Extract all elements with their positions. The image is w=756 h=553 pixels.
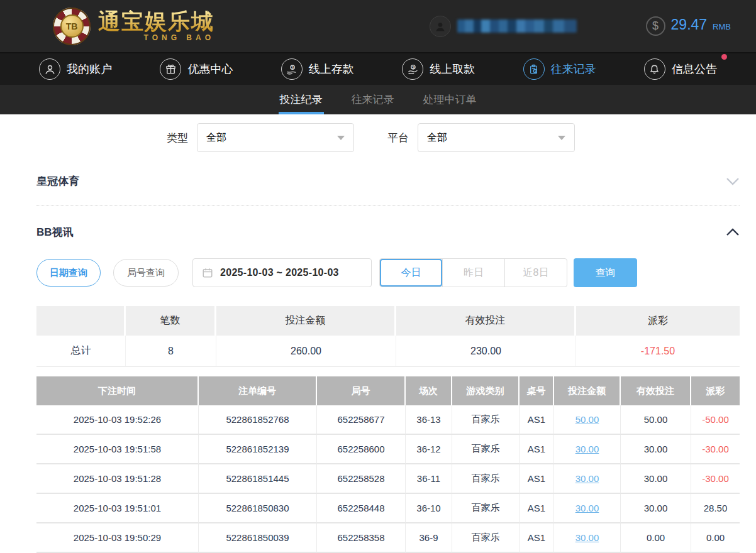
dollar-coin-icon: $	[646, 16, 665, 36]
user-account[interactable]	[430, 16, 577, 37]
site-logo[interactable]: TB 通宝娱乐城 TONG BAO	[53, 8, 214, 45]
table-row: 2025-10-03 19:51:01522861850830652258448…	[36, 494, 740, 523]
table-cell: 522861850039	[199, 523, 317, 553]
chevron-down-icon[interactable]	[726, 177, 740, 185]
filter-row: 类型 全部 平台 全部	[167, 123, 740, 152]
bet-amount-link[interactable]: 30.00	[554, 523, 621, 553]
table-cell: 百家乐	[452, 405, 520, 435]
tab-pending-orders[interactable]: 处理中订单	[422, 85, 478, 114]
table-cell: 652258677	[317, 405, 406, 435]
top-bar: TB 通宝娱乐城 TONG BAO $ 29.47 RMB	[0, 0, 756, 52]
table-header-cell: 有效投注	[621, 376, 691, 405]
table-cell: 652258528	[317, 464, 406, 494]
query-toolbar: 日期查询 局号查询 2025-10-03 ~ 2025-10-03 今日 昨日 …	[36, 258, 740, 287]
today-button[interactable]: 今日	[380, 259, 442, 287]
search-button[interactable]: 查询	[574, 258, 637, 287]
yesterday-button[interactable]: 昨日	[442, 259, 504, 287]
nav-item-my-account[interactable]: 我的账户	[39, 58, 112, 80]
summary-header-cell	[36, 306, 126, 336]
balance: $ 29.47 RMB	[646, 16, 731, 36]
table-cell: 36-10	[406, 494, 452, 523]
table-cell: AS1	[520, 523, 554, 553]
bet-amount-link[interactable]: 30.00	[554, 494, 621, 523]
table-cell: 50.00	[621, 405, 691, 435]
nav-item-label: 线上取款	[430, 62, 475, 77]
table-cell: 522861851445	[199, 464, 317, 494]
gift-icon	[160, 58, 181, 80]
nav-item-announcements[interactable]: 信息公告	[644, 58, 717, 80]
notification-dot-badge	[721, 54, 727, 60]
summary-cell: 260.00	[216, 336, 396, 367]
table-cell: 2025-10-03 19:52:26	[36, 405, 199, 435]
table-cell: 36-9	[406, 523, 452, 553]
section-crown-sports[interactable]: 皇冠体育	[36, 168, 740, 194]
bell-icon	[644, 58, 665, 80]
table-cell: AS1	[520, 435, 554, 464]
table-cell: 2025-10-03 19:51:01	[36, 494, 199, 523]
type-select[interactable]: 全部	[197, 123, 354, 152]
chevron-down-icon	[558, 136, 565, 140]
table-header-cell: 派彩	[691, 376, 740, 405]
nav-item-transaction-records[interactable]: 往来记录	[523, 58, 596, 80]
table-cell: AS1	[520, 405, 554, 435]
last-8-days-button[interactable]: 近8日	[504, 259, 567, 287]
table-cell: 652258600	[317, 435, 406, 464]
table-cell: 0.00	[691, 523, 740, 553]
tab-bet-records[interactable]: 投注纪录	[279, 85, 324, 114]
bet-amount-link[interactable]: 50.00	[554, 405, 621, 435]
table-cell: 30.00	[621, 464, 691, 494]
summary-cell: -171.50	[576, 336, 740, 367]
nav-item-label: 线上存款	[309, 62, 354, 77]
table-header-cell: 桌号	[520, 376, 554, 405]
table-cell: 36-12	[406, 435, 452, 464]
summary-header-cell: 有效投注	[396, 306, 576, 336]
bet-amount-link[interactable]: 30.00	[554, 435, 621, 464]
chevron-up-icon[interactable]	[726, 228, 740, 236]
table-header-cell: 场次	[406, 376, 452, 405]
summary-cell: 8	[126, 336, 216, 367]
table-cell: AS1	[520, 464, 554, 494]
bet-amount-link[interactable]: 30.00	[554, 464, 621, 494]
round-query-button[interactable]: 局号查询	[113, 259, 179, 287]
records-icon	[523, 58, 545, 80]
nav-item-label: 往来记录	[551, 62, 596, 77]
logo-subtitle: TONG BAO	[144, 33, 214, 42]
avatar-icon	[430, 16, 451, 37]
summary-header-cell: 派彩	[576, 306, 740, 336]
nav-item-online-deposit[interactable]: $线上存款	[281, 58, 354, 80]
tab-transaction-records[interactable]: 往来记录	[350, 85, 396, 114]
table-cell: 2025-10-03 19:50:29	[36, 523, 199, 553]
date-range-value: 2025-10-03 ~ 2025-10-03	[220, 267, 339, 278]
type-select-value: 全部	[206, 131, 226, 145]
table-cell: 百家乐	[452, 523, 520, 553]
table-header-cell: 注单编号	[199, 376, 317, 405]
date-range-input[interactable]: 2025-10-03 ~ 2025-10-03	[192, 258, 372, 287]
logo-title: 通宝娱乐城	[98, 10, 214, 32]
platform-filter-label: 平台	[387, 131, 409, 145]
nav-item-label: 信息公告	[672, 62, 717, 77]
table-row: 2025-10-03 19:51:28522861851445652258528…	[36, 464, 740, 494]
nav-item-label: 优惠中心	[187, 62, 233, 77]
table-cell: 百家乐	[452, 494, 520, 523]
chevron-down-icon	[337, 136, 345, 140]
summary-header-cell: 笔数	[126, 306, 216, 336]
nav-item-online-withdraw[interactable]: $线上取款	[402, 58, 475, 80]
withdraw-icon: $	[402, 58, 423, 80]
section-title: 皇冠体育	[36, 174, 79, 189]
platform-select[interactable]: 全部	[418, 123, 575, 152]
date-query-button[interactable]: 日期查询	[36, 259, 101, 287]
table-cell: 522861852139	[199, 435, 317, 464]
type-filter-label: 类型	[167, 131, 188, 145]
table-cell: AS1	[520, 494, 554, 523]
table-header-cell: 投注金额	[554, 376, 621, 405]
main-content: 类型 全部 平台 全部 皇冠体育 BB视讯 日期查询 局号查询	[0, 114, 756, 553]
sub-nav: 投注纪录往来记录处理中订单	[0, 85, 756, 114]
table-cell: -50.00	[691, 405, 740, 435]
summary-header-cell: 投注金额	[216, 306, 396, 336]
section-bb-live[interactable]: BB视讯	[36, 219, 740, 244]
summary-table: 笔数投注金额有效投注派彩 总计8260.00230.00-171.50	[36, 306, 740, 367]
table-header-cell: 下注时间	[36, 376, 199, 405]
table-cell: 36-11	[406, 464, 452, 494]
table-header-cell: 游戏类别	[452, 376, 520, 405]
nav-item-promo-center[interactable]: 优惠中心	[160, 58, 233, 80]
